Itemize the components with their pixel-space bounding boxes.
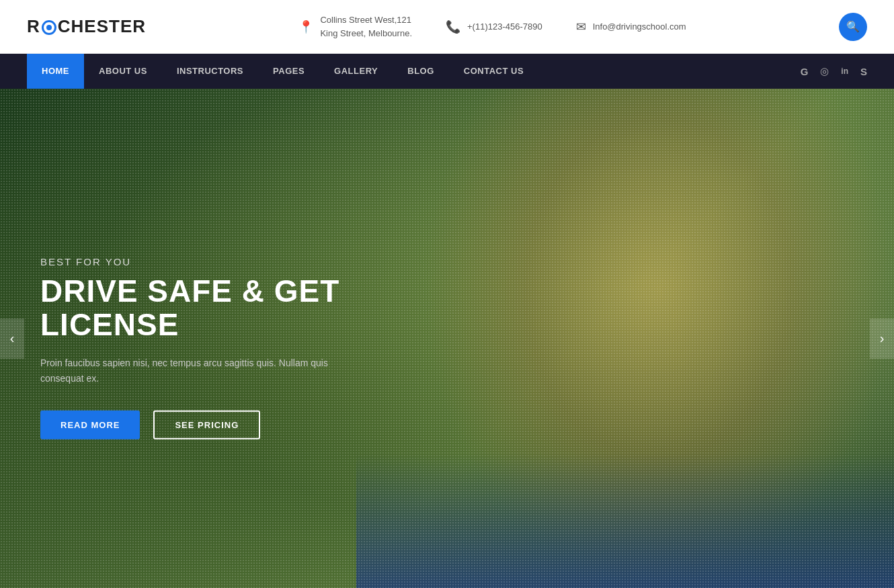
chevron-left-icon: ‹	[10, 331, 15, 346]
social-instagram[interactable]: ◎	[820, 65, 829, 77]
phone-text: +(11)123-456-7890	[467, 20, 542, 34]
nav-item-contact[interactable]: CONTACT US	[449, 54, 538, 89]
nav-link-gallery[interactable]: GALLERY	[319, 54, 393, 89]
email-info: ✉ Info@drivingschool.com	[576, 19, 686, 34]
see-pricing-button[interactable]: SEE PRICING	[153, 411, 260, 439]
hero-title: DRIVE SAFE & GET LICENSE	[40, 274, 457, 341]
read-more-button[interactable]: READ MORE	[40, 411, 140, 439]
nav-item-instructors[interactable]: INSTRUCTORS	[162, 54, 258, 89]
hero-content: BEST FOR YOU DRIVE SAFE & GET LICENSE Pr…	[40, 255, 457, 439]
hero-subtitle: BEST FOR YOU	[40, 255, 457, 267]
nav-link-pages[interactable]: PAGES	[258, 54, 319, 89]
nav-item-about[interactable]: ABOUT US	[84, 54, 162, 89]
logo-chester: CHESTER	[58, 16, 146, 37]
social-skype[interactable]: S	[860, 66, 867, 77]
logo-r: R	[27, 16, 40, 37]
email-icon: ✉	[576, 19, 586, 34]
logo-steering-icon	[42, 20, 56, 35]
nav-link-contact[interactable]: CONTACT US	[449, 54, 538, 89]
address-info: 📍 Collins Street West,121 King Street, M…	[298, 13, 412, 40]
chevron-right-icon: ›	[880, 331, 885, 346]
phone-icon: 📞	[446, 19, 460, 34]
hero-buttons: READ MORE SEE PRICING	[40, 411, 457, 439]
nav-link-about[interactable]: ABOUT US	[84, 54, 162, 89]
nav-item-pages[interactable]: PAGES	[258, 54, 319, 89]
nav-links: HOME ABOUT US INSTRUCTORS PAGES GALLERY …	[27, 54, 538, 89]
carousel-next-button[interactable]: ›	[870, 319, 894, 359]
social-links: G ◎ in S	[801, 65, 867, 77]
hero-section: ‹ BEST FOR YOU DRIVE SAFE & GET LICENSE …	[0, 89, 894, 588]
carousel-prev-button[interactable]: ‹	[0, 319, 24, 359]
header: R CHESTER 📍 Collins Street West,121 King…	[0, 0, 894, 54]
logo[interactable]: R CHESTER	[27, 16, 146, 37]
nav-item-home[interactable]: HOME	[27, 54, 84, 89]
social-linkedin[interactable]: in	[841, 67, 848, 76]
header-info: 📍 Collins Street West,121 King Street, M…	[298, 13, 686, 40]
nav-link-blog[interactable]: BLOG	[393, 54, 449, 89]
email-text: Info@drivingschool.com	[593, 20, 686, 34]
hero-description: Proin faucibus sapien nisi, nec tempus a…	[40, 355, 363, 387]
nav-item-gallery[interactable]: GALLERY	[319, 54, 393, 89]
search-icon: 🔍	[846, 20, 860, 33]
navbar: HOME ABOUT US INSTRUCTORS PAGES GALLERY …	[0, 54, 894, 89]
address-text: Collins Street West,121 King Street, Mel…	[320, 13, 412, 40]
phone-info: 📞 +(11)123-456-7890	[446, 19, 542, 34]
search-button[interactable]: 🔍	[839, 13, 867, 41]
nav-link-instructors[interactable]: INSTRUCTORS	[162, 54, 258, 89]
location-icon: 📍	[298, 19, 313, 34]
nav-item-blog[interactable]: BLOG	[393, 54, 449, 89]
nav-link-home[interactable]: HOME	[27, 54, 84, 89]
social-google[interactable]: G	[801, 66, 809, 77]
